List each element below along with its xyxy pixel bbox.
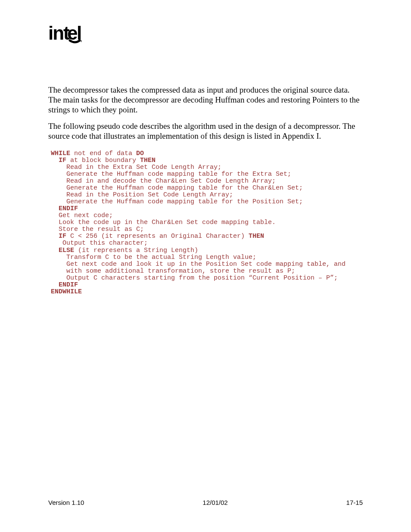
kw-if: IF — [59, 233, 66, 240]
page-content: int e l ® The decompressor takes the com… — [0, 0, 411, 296]
svg-text:int: int — [48, 25, 70, 44]
code-text: (it represents a String Length) — [74, 247, 198, 254]
paragraph-2: The following pseudo code describes the … — [48, 121, 363, 141]
code-text: Store the result as C; — [51, 226, 144, 233]
code-text: with some additional transformation, sto… — [51, 268, 295, 275]
kw-do: DO — [136, 150, 144, 157]
code-text: Read in the Extra Set Code Length Array; — [51, 164, 221, 171]
kw-then: THEN — [140, 157, 156, 164]
footer-version: Version 1.10 — [48, 499, 84, 506]
code-text: Output C characters starting from the po… — [51, 274, 338, 282]
page-footer: Version 1.10 12/01/02 17-15 — [48, 499, 363, 506]
kw-while: WHILE — [51, 150, 70, 157]
code-text: not end of data — [70, 150, 136, 157]
kw-else: ELSE — [59, 247, 74, 254]
kw-endif: ENDIF — [59, 205, 78, 212]
pseudocode-block: WHILE not end of data DO IF at block bou… — [51, 150, 363, 296]
code-text: Look the code up in the Char&Len Set cod… — [51, 219, 276, 226]
code-text: Generate the Huffman code mapping table … — [51, 171, 291, 178]
kw-endwhile: ENDWHILE — [51, 288, 82, 296]
code-text: Get next code; — [51, 212, 113, 219]
kw-if: IF — [59, 157, 66, 164]
paragraph-1: The decompressor takes the compressed da… — [48, 85, 363, 115]
code-text: C < 256 (it represents an Original Chara… — [66, 233, 249, 240]
kw-then: THEN — [249, 233, 264, 240]
code-text: Transform C to be the actual String Leng… — [51, 254, 256, 261]
intel-logo-svg: int e l ® — [48, 25, 82, 44]
svg-text:®: ® — [81, 40, 82, 43]
code-text: Read in the Position Set Code Length Arr… — [51, 191, 233, 199]
code-text: at block boundary — [66, 157, 140, 164]
code-text: Generate the Huffman code mapping table … — [51, 198, 303, 205]
code-text: Generate the Huffman code mapping table … — [51, 184, 303, 192]
code-text: Read in and decode the Char&Len Set Code… — [51, 177, 276, 185]
footer-date: 12/01/02 — [202, 499, 227, 506]
code-text: Output this character; — [51, 240, 148, 247]
intel-logo: int e l ® — [48, 25, 82, 47]
kw-endif: ENDIF — [59, 281, 78, 289]
code-text: Get next code and look it up in the Posi… — [51, 261, 346, 268]
footer-page-number: 17-15 — [346, 499, 363, 506]
